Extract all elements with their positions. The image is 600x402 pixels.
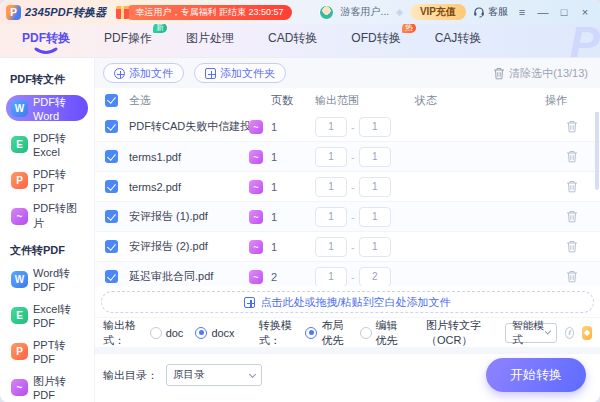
range-from-input[interactable]: [315, 207, 347, 227]
minimize-button[interactable]: —: [536, 6, 550, 18]
file-list: PDF转CAD失败中信建投... ~ 1 - terms1.pdf ~ 1: [95, 112, 600, 286]
sidebar-item-label: PDF转Excel: [33, 131, 83, 158]
menu-icon[interactable]: ≡: [515, 6, 529, 18]
row-checkbox[interactable]: [105, 180, 118, 193]
radio-layout-priority[interactable]: [305, 327, 317, 339]
range-to-input[interactable]: [359, 147, 391, 167]
customer-service-button[interactable]: 客服: [473, 5, 508, 19]
delete-file-icon[interactable]: [566, 180, 578, 193]
plus-square-icon: [205, 68, 216, 79]
tab-pdf-operate[interactable]: PDF操作 新: [102, 28, 154, 53]
table-row[interactable]: terms1.pdf ~ 1 -: [95, 142, 600, 172]
radio-doc-label: doc: [166, 327, 184, 339]
sidebar-item-label: Word转PDF: [33, 266, 83, 293]
table-header: 全选 页数 输出范围 状态 操作: [95, 88, 600, 112]
file-name: terms1.pdf: [129, 151, 249, 163]
sidebar-item-pdf-to-excel[interactable]: E PDF转Excel: [6, 131, 88, 157]
delete-file-icon[interactable]: [566, 270, 578, 283]
range-from-input[interactable]: [315, 267, 347, 287]
delete-file-icon[interactable]: [566, 210, 578, 223]
clear-selected-button[interactable]: 清除选中(13/13): [493, 66, 588, 81]
range-to-input[interactable]: [359, 267, 391, 287]
close-button[interactable]: ×: [578, 6, 592, 18]
file-name: PDF转CAD失败中信建投...: [129, 119, 249, 134]
row-checkbox[interactable]: [105, 150, 118, 163]
row-checkbox[interactable]: [105, 240, 118, 253]
page-count: 1: [271, 211, 315, 223]
add-file-label: 添加文件: [129, 66, 173, 81]
mode-option-edit[interactable]: 编辑优先: [360, 318, 402, 348]
range-to-input[interactable]: [359, 207, 391, 227]
sidebar-section-file-to-pdf: 文件转PDF: [10, 243, 88, 258]
radio-edit-priority[interactable]: [360, 327, 372, 339]
tab-label: OFD转换: [351, 31, 400, 45]
sidebar-item-ppt-to-pdf[interactable]: P PPT转PDF: [6, 338, 88, 364]
promo-banner[interactable]: 幸运用户，专属福利 距结束 23:50:57: [116, 5, 291, 20]
nav-bar: PDF转换 PDF操作 新 图片处理 CAD转换 OFD转换 热 CAJ转换 P: [0, 24, 600, 58]
sidebar-item-pdf-to-ppt[interactable]: P PDF转PPT: [6, 167, 88, 193]
trash-icon: [493, 67, 505, 80]
table-row[interactable]: 安评报告 (1).pdf ~ 1 -: [95, 202, 600, 232]
row-checkbox[interactable]: [105, 270, 118, 283]
format-option-docx[interactable]: docx: [195, 327, 234, 339]
radio-doc[interactable]: [150, 327, 162, 339]
sidebar-item-word-to-pdf[interactable]: W Word转PDF: [6, 266, 88, 292]
tab-caj-convert[interactable]: CAJ转换: [433, 28, 484, 53]
sidebar-item-pdf-to-word[interactable]: W PDF转Word: [6, 95, 88, 121]
sidebar-item-image-to-pdf[interactable]: ~ 图片转PDF: [6, 374, 88, 400]
username[interactable]: 游客用户...: [341, 5, 389, 19]
info-icon[interactable]: i: [565, 327, 574, 339]
table-row[interactable]: terms2.pdf ~ 1 -: [95, 172, 600, 202]
page-count: 1: [271, 181, 315, 193]
tab-pdf-convert[interactable]: PDF转换: [20, 28, 72, 53]
header-status: 状态: [415, 93, 520, 108]
dropzone[interactable]: 点击此处或拖拽/粘贴到空白处添加文件: [101, 291, 594, 313]
range-to-input[interactable]: [359, 237, 391, 257]
pdf-file-icon: ~: [249, 120, 263, 134]
output-format-label: 输出格式：: [103, 318, 142, 348]
tab-ofd-convert[interactable]: OFD转换 热: [349, 28, 402, 53]
range-from-input[interactable]: [315, 177, 347, 197]
delete-file-icon[interactable]: [566, 240, 578, 253]
radio-docx[interactable]: [195, 327, 207, 339]
maximize-button[interactable]: □: [557, 6, 571, 18]
excel-icon: E: [11, 136, 28, 153]
format-option-doc[interactable]: doc: [150, 327, 184, 339]
avatar[interactable]: [319, 5, 334, 20]
vip-feature-icon: ◆: [582, 326, 592, 340]
start-convert-button[interactable]: 开始转换: [486, 358, 586, 392]
delete-file-icon[interactable]: [566, 150, 578, 163]
range-to-input[interactable]: [359, 117, 391, 137]
sidebar-item-pdf-to-image[interactable]: ~ PDF转图片: [6, 203, 88, 229]
select-all-checkbox[interactable]: [105, 94, 118, 107]
range-to-input[interactable]: [359, 177, 391, 197]
image-icon: ~: [11, 379, 28, 396]
sidebar: PDF转文件 W PDF转Word E PDF转Excel P PDF转PPT …: [0, 58, 95, 402]
add-file-plus-icon: [244, 297, 255, 308]
table-row[interactable]: PDF转CAD失败中信建投... ~ 1 -: [95, 112, 600, 142]
scrollbar-thumb[interactable]: [595, 112, 599, 190]
radio-layout-label: 布局优先: [321, 318, 347, 348]
header-range: 输出范围: [315, 93, 415, 108]
tab-cad-convert[interactable]: CAD转换: [266, 28, 319, 53]
word-icon: W: [11, 271, 28, 288]
table-row[interactable]: 安评报告 (2).pdf ~ 1 -: [95, 232, 600, 262]
range-from-input[interactable]: [315, 237, 347, 257]
tab-label: CAD转换: [268, 31, 317, 45]
vip-recharge-button[interactable]: VIP充值: [410, 4, 466, 20]
tab-label: PDF转换: [22, 31, 70, 45]
row-checkbox[interactable]: [105, 120, 118, 133]
table-row[interactable]: 延迟审批合同.pdf ~ 2 -: [95, 262, 600, 286]
add-file-button[interactable]: 添加文件: [103, 63, 184, 83]
tab-image-process[interactable]: 图片处理: [184, 28, 236, 53]
mode-option-layout[interactable]: 布局优先: [305, 318, 347, 348]
range-from-input[interactable]: [315, 117, 347, 137]
sidebar-item-excel-to-pdf[interactable]: E Excel转PDF: [6, 302, 88, 328]
output-dir-value: 原目录: [173, 368, 205, 382]
output-dir-select[interactable]: 原目录: [166, 364, 262, 386]
add-folder-button[interactable]: 添加文件夹: [194, 63, 286, 83]
ocr-mode-select[interactable]: 智能模式: [505, 323, 557, 343]
range-from-input[interactable]: [315, 147, 347, 167]
delete-file-icon[interactable]: [566, 120, 578, 133]
row-checkbox[interactable]: [105, 210, 118, 223]
